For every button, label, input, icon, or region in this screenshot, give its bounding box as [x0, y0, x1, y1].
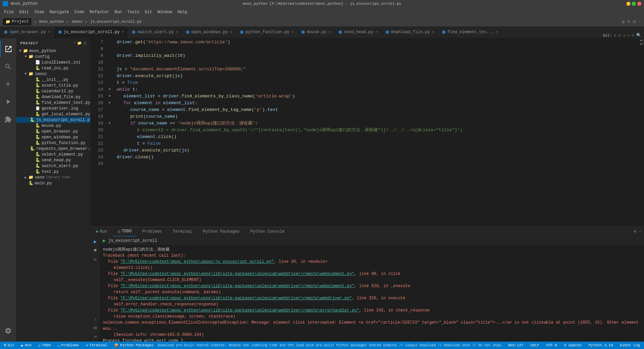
tree-root[interactable]: ▼ 📁 mooc_python [16, 48, 90, 54]
tree-select-element[interactable]: 🐍 select_element.py [16, 152, 90, 157]
tree-requests-open-browser[interactable]: 🐍 requests_open_browser.py [16, 146, 90, 152]
error-path-1[interactable]: "F:\MyGitee\codetest\mooc_python\imooc\j… [120, 259, 274, 264]
menu-tools[interactable]: Tools [124, 8, 142, 16]
menu-file[interactable]: File [1, 8, 17, 16]
tab-close-python-function[interactable]: × [291, 30, 293, 34]
run-stop-button[interactable]: ■ [92, 247, 99, 254]
status-run[interactable]: ▶ Run [20, 343, 33, 348]
menu-edit[interactable]: Edit [17, 8, 32, 16]
tree-python-function[interactable]: 🐍 python_function.py [16, 140, 90, 146]
sidebar-new-folder-icon[interactable]: 📁 [77, 41, 82, 45]
panel-minimize-icon[interactable]: − [639, 229, 641, 234]
menu-git[interactable]: Git [142, 8, 155, 16]
tree-imooc[interactable]: ▼ 📁 imooc [16, 71, 90, 77]
panel-tab-python-packages[interactable]: Python Packages [198, 227, 245, 236]
tree-calendar12[interactable]: 🐍 calendar12.py [16, 88, 90, 94]
menu-refactor[interactable]: Refactor [87, 8, 112, 16]
menu-view[interactable]: View [32, 8, 47, 16]
tree-init[interactable]: 🐍 __init__.py [16, 77, 90, 83]
activity-vcs[interactable] [0, 76, 16, 92]
run-filter-button[interactable]: ⊟ [92, 324, 99, 331]
project-tab[interactable]: 📁 Project [3, 18, 31, 25]
tab-open-windows[interactable]: open_windows.py × [182, 26, 236, 38]
panel-tab-todo[interactable]: ☑ TODO [113, 227, 137, 236]
run-scroll-end-button[interactable]: ↓ [92, 315, 99, 323]
tree-send-head[interactable]: 🐍 send_head.py [16, 157, 90, 163]
panel-tab-terminal[interactable]: Terminal [167, 227, 198, 236]
status-event-log[interactable]: Event Log [619, 343, 641, 347]
code-content[interactable]: driver.get('https://www.imooc.com/articl… [106, 38, 639, 227]
run-play-button[interactable]: ▶ [92, 238, 99, 245]
tree-find-element-test[interactable]: 🐍 find_element_test.py [16, 100, 90, 106]
activity-settings[interactable] [0, 323, 16, 339]
tree-mouse[interactable]: 🐍 mouse.py [16, 123, 90, 129]
status-line-ending[interactable]: CRLF [529, 343, 540, 347]
status-python-packages[interactable]: 📦 Python Packages [113, 343, 155, 348]
toolbar-list-icon[interactable]: ≡ [627, 19, 630, 24]
tab-open-browser[interactable]: open_browser.py × [0, 26, 54, 38]
status-indent[interactable]: 4 spaces [562, 343, 583, 347]
close-button[interactable]: × [637, 2, 641, 6]
tab-python-function[interactable]: python_function.py × [236, 26, 298, 38]
tab-close-download-file[interactable]: × [432, 30, 434, 34]
status-terminal[interactable]: ⌨ Terminal [85, 343, 109, 348]
run-rerun-button[interactable]: ↻ [92, 255, 99, 263]
tree-open-browser[interactable]: 🐍 open_browser.py [16, 129, 90, 134]
activity-explorer[interactable] [0, 41, 16, 57]
status-charset[interactable]: UTF-8 [545, 343, 558, 347]
tab-action-search[interactable]: 🔍 [636, 33, 641, 38]
tab-close-find-element[interactable]: × [496, 30, 498, 34]
menu-help[interactable]: Help [175, 8, 190, 16]
activity-search[interactable] [0, 59, 16, 75]
tab-download-file[interactable]: download_file.py × [382, 26, 438, 38]
status-todo[interactable]: ☑ TODO [37, 343, 52, 348]
tree-open-windows[interactable]: 🐍 open_windows.py [16, 134, 90, 140]
sidebar-collapse-icon[interactable]: ⊟ [84, 41, 86, 45]
tab-find-element[interactable]: find_element_tes... × [438, 26, 502, 38]
menu-run[interactable]: Run [112, 8, 124, 16]
error-path-3[interactable]: "F:\MyGitee\codetest\mooc_python\venv\li… [120, 284, 354, 288]
tree-switch-alert[interactable]: 🐍 switch_alert.py [16, 163, 90, 169]
tree-assert-title[interactable]: 🐍 assert_title.py [16, 83, 90, 88]
panel-tab-run[interactable]: ▶ Run [91, 227, 113, 236]
tree-venv[interactable]: ▶ 📁 venv library root [16, 174, 90, 180]
tab-close-js-excuscript[interactable]: × [122, 30, 124, 34]
tab-action-undo[interactable]: ↩ [632, 33, 634, 38]
breadcrumb-file[interactable]: js_excuscript_scroll.py [90, 20, 142, 24]
toolbar-split-icon[interactable]: ⊡ [633, 19, 636, 25]
tree-download-file[interactable]: 🐍 download_file.py [16, 94, 90, 100]
tree-get-local-element[interactable]: 🐍 get_local_element.py [16, 111, 90, 117]
tree-localelement[interactable]: 📄 LocalElement.ini [16, 60, 90, 65]
toolbar-minus-icon[interactable]: − [639, 19, 641, 24]
sidebar-new-file-icon[interactable]: + [73, 41, 76, 45]
activity-run[interactable] [0, 94, 16, 110]
breadcrumb-module[interactable]: imooc [71, 20, 83, 24]
tree-js-excuscript[interactable]: 🐍 js_excuscript_scroll.py [16, 117, 90, 123]
activity-plugins[interactable] [0, 111, 16, 127]
panel-settings-icon[interactable]: ⚙ [634, 229, 636, 234]
menu-code[interactable]: Code [72, 8, 87, 16]
status-python-version[interactable]: Python 3.10 [587, 343, 615, 347]
tab-close-open-windows[interactable]: × [230, 30, 232, 34]
tab-send-head[interactable]: send_head.py × [335, 26, 381, 38]
tab-close-open-browser[interactable]: × [48, 30, 50, 34]
tree-main-py[interactable]: 🐍 main.py [16, 180, 90, 186]
run-wrap-button[interactable]: ↩ [92, 333, 99, 340]
error-path-4[interactable]: "F:\MyGitee\codetest\mooc_python\venv\li… [120, 296, 352, 301]
status-position[interactable]: 966:127 [507, 343, 525, 347]
tab-js-excuscript[interactable]: js_excuscript_scroll.py × [54, 26, 128, 38]
tree-config[interactable]: ▼ 📁 config [16, 54, 90, 60]
tree-geckodriver-log[interactable]: 📋 geckodriver.log [16, 106, 90, 111]
menu-window[interactable]: Window [155, 8, 175, 16]
tab-close-switch-alert[interactable]: × [176, 30, 178, 34]
status-git[interactable]: ⑆ Git [3, 343, 16, 347]
tab-switch-alert[interactable]: switch_alert.py × [128, 26, 182, 38]
breadcrumb-root[interactable]: mooc_python [39, 20, 64, 24]
minimize-button[interactable]: − [626, 2, 630, 6]
menu-navigate[interactable]: Navigate [47, 8, 72, 16]
toolbar-settings-icon[interactable]: ⚙ [622, 19, 624, 25]
error-path-2[interactable]: "F:\MyGitee\codetest\mooc_python\venv\li… [120, 272, 354, 276]
maximize-button[interactable]: □ [632, 2, 636, 6]
tree-test[interactable]: 🐍 test.py [16, 169, 90, 174]
panel-tab-python-console[interactable]: Python Console [245, 227, 290, 236]
